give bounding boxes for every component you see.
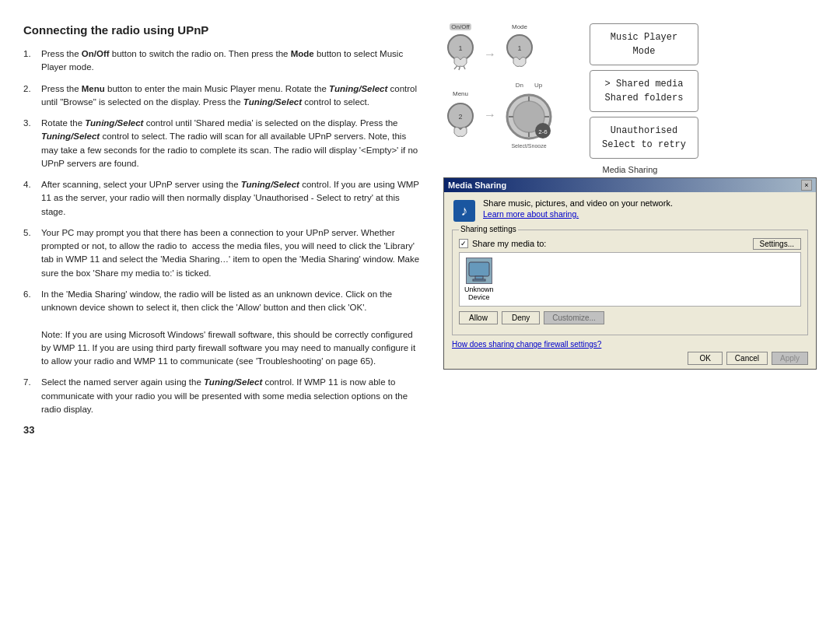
svg-text:1: 1 xyxy=(517,44,521,52)
wmp-device-name: UnknownDevice xyxy=(464,286,494,301)
onoff-button-area: On/Off 1 xyxy=(443,23,478,71)
arrow-icon-2: → xyxy=(484,108,496,122)
wmp-learn-more-link[interactable]: Learn more about sharing. xyxy=(483,209,673,219)
page-number: 33 xyxy=(23,424,420,436)
lcd-line-1: Music Player xyxy=(611,32,677,43)
wmp-share-checkbox-row: ✓ Share my media to: xyxy=(459,239,546,248)
wmp-settings-button[interactable]: Settings... xyxy=(753,238,801,250)
svg-text:1: 1 xyxy=(458,44,462,52)
wmp-speaker-icon: ♪ xyxy=(452,198,477,223)
wmp-device-svg xyxy=(467,259,491,282)
list-item: Select the named server again using the … xyxy=(23,376,420,416)
wmp-caption: Media Sharing xyxy=(443,165,817,174)
lcd-screens: Music Player Mode > Shared media Shared … xyxy=(590,23,698,159)
wmp-group-label: Sharing settings xyxy=(459,225,518,233)
arrow-icon: → xyxy=(484,47,496,61)
svg-rect-16 xyxy=(469,262,489,276)
svg-text:2: 2 xyxy=(458,113,462,121)
svg-rect-17 xyxy=(475,276,483,279)
wmp-checkbox-label: Share my media to: xyxy=(472,239,546,248)
lcd-line-6: Select to retry xyxy=(602,139,686,150)
right-column: On/Off 1 → xyxy=(436,23,817,615)
dn-label: Dn xyxy=(516,82,523,89)
left-column: Connecting the radio using UPnP Press th… xyxy=(23,23,436,615)
menu-button-area: Menu 2 xyxy=(443,90,478,141)
list-item: In the 'Media Sharing' window, the radio… xyxy=(23,288,420,369)
section-title: Connecting the radio using UPnP xyxy=(23,23,420,37)
wmp-dialog-title: Media Sharing xyxy=(448,181,506,190)
page: Connecting the radio using UPnP Press th… xyxy=(0,0,840,631)
list-item-text: Your PC may prompt you that there has be… xyxy=(41,226,420,280)
onoff-button-svg: 1 xyxy=(443,32,478,71)
wmp-apply-button[interactable]: Apply xyxy=(772,352,808,365)
illust-row-2: Menu 2 → Dn Up xyxy=(443,82,583,149)
select-snooze-label: Select/Snooze xyxy=(511,143,546,149)
wmp-device-icon: UnknownDevice xyxy=(464,258,494,301)
wmp-customize-button[interactable]: Customize... xyxy=(544,311,604,324)
list-item-text: Press the On/Off button to switch the ra… xyxy=(41,47,420,75)
svg-text:♪: ♪ xyxy=(461,203,468,219)
svg-rect-18 xyxy=(473,279,485,281)
wmp-ok-button[interactable]: OK xyxy=(688,352,722,365)
lcd-line-4: Shared folders xyxy=(605,93,684,103)
lcd-screen-1: Music Player Mode xyxy=(590,23,698,65)
wmp-sharing-settings-group: Sharing settings ✓ Share my media to: Se… xyxy=(452,230,808,335)
lcd-screen-3: Unauthorised Select to retry xyxy=(590,117,698,159)
wmp-share-checkbox[interactable]: ✓ xyxy=(459,239,468,248)
wmp-share-text: Share music, pictures, and video on your… xyxy=(483,198,673,208)
list-item-text: Select the named server again using the … xyxy=(41,376,420,416)
lcd-line-5: Unauthorised xyxy=(611,125,677,136)
list-item-text: Rotate the Tuning/Select control until '… xyxy=(41,117,420,170)
wmp-device-area: UnknownDevice xyxy=(459,252,801,307)
lcd-screen-2: > Shared media Shared folders xyxy=(590,70,698,112)
menu-label: Menu xyxy=(453,90,468,97)
mode-label: Mode xyxy=(512,23,527,30)
list-item-text: Press the Menu button to enter the main … xyxy=(41,82,420,110)
wmp-titlebar: Media Sharing × xyxy=(444,178,816,192)
wmp-ok-row: OK Cancel Apply xyxy=(452,352,808,365)
menu-button-svg: 2 xyxy=(443,99,478,141)
wmp-allow-button[interactable]: Allow xyxy=(459,311,498,324)
illust-row-1: On/Off 1 → xyxy=(443,23,583,71)
wmp-dialog: Media Sharing × ♪ Share music, pictures,… xyxy=(443,177,817,370)
up-label: Up xyxy=(534,82,542,89)
list-item: Press the On/Off button to switch the ra… xyxy=(23,47,420,75)
wmp-share-info: Share music, pictures, and video on your… xyxy=(483,198,673,219)
onoff-label: On/Off xyxy=(450,23,471,30)
list-item: Your PC may prompt you that there has be… xyxy=(23,226,420,280)
wmp-body: ♪ Share music, pictures, and video on yo… xyxy=(444,192,816,369)
wmp-device-image xyxy=(466,258,492,284)
wmp-deny-button[interactable]: Deny xyxy=(502,311,540,324)
wmp-top-row: ♪ Share music, pictures, and video on yo… xyxy=(452,198,808,223)
mode-button-svg: 1 xyxy=(502,32,537,71)
list-item: Rotate the Tuning/Select control until '… xyxy=(23,117,420,170)
wmp-close-button[interactable]: × xyxy=(801,180,812,191)
dn-up-labels: Dn Up xyxy=(516,82,542,89)
list-item-text: In the 'Media Sharing' window, the radio… xyxy=(41,288,420,369)
diagram-area: On/Off 1 → xyxy=(443,23,817,159)
list-item: After scanning, select your UPnP server … xyxy=(23,178,420,219)
rotary-knob-svg: 2-6 xyxy=(502,90,555,143)
instruction-list: Press the On/Off button to switch the ra… xyxy=(23,47,420,416)
diagram-illustrations: On/Off 1 → xyxy=(443,23,583,149)
lcd-line-3: > Shared media xyxy=(605,79,684,89)
rotary-knob-area: Dn Up 2-6 xyxy=(502,82,555,149)
list-item-text: After scanning, select your UPnP server … xyxy=(41,178,420,219)
wmp-action-buttons: Allow Deny Customize... xyxy=(459,311,801,324)
wmp-firewall-link[interactable]: How does sharing change firewall setting… xyxy=(452,340,808,349)
wmp-cancel-button[interactable]: Cancel xyxy=(726,352,768,365)
mode-button-area: Mode 1 xyxy=(502,23,537,71)
svg-text:2-6: 2-6 xyxy=(538,128,548,135)
lcd-line-2: Mode xyxy=(633,46,656,57)
list-item: Press the Menu button to enter the main … xyxy=(23,82,420,110)
